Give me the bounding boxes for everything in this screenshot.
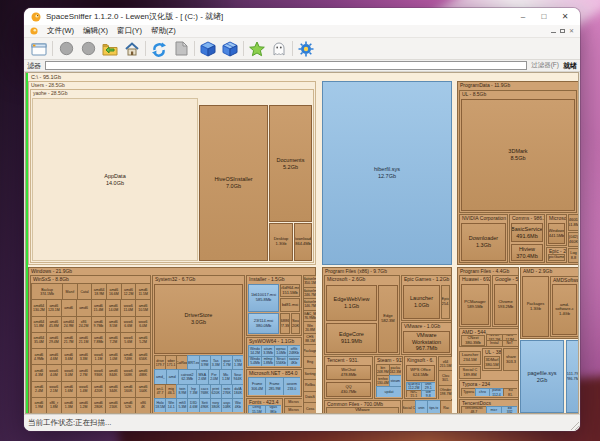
system32-grid[interactable]: drive179.7wber171.1CatRootMRT.exvmo3.9MT… <box>154 355 243 412</box>
settings-button[interactable] <box>295 39 317 59</box>
block-amd6[interactable]: amd612.2M <box>121 283 137 300</box>
block-x86-r[interactable]: x86_r1.8M <box>46 397 62 413</box>
mdi-minimize-icon[interactable] <box>551 29 556 33</box>
block-amd6[interactable]: amd6420K <box>91 381 107 398</box>
less-detail-button[interactable] <box>197 39 219 59</box>
block-amd6[interactable]: amd6123.1M <box>46 299 62 316</box>
block-wow6[interactable]: wow6568K <box>120 364 136 381</box>
block-epicgames[interactable]: EpicGames <box>548 254 565 261</box>
block-deng[interactable]: Deng15.5M <box>248 405 266 413</box>
msnet-grid[interactable]: Frame306.4MFrame285.9Massem233.0 <box>248 377 300 395</box>
block-frame[interactable]: Frame285.9M <box>265 377 283 395</box>
block-amd6[interactable]: amd652K <box>120 397 136 413</box>
block-amd6[interactable]: amd6 <box>61 299 77 316</box>
block-amd6[interactable]: amd616.6M <box>106 283 122 300</box>
block-amd6[interactable]: amd69.7Mb <box>91 316 107 333</box>
block-amd6[interactable]: amd621.7M <box>61 332 77 349</box>
block-su[interactable]: Su81. <box>503 388 517 396</box>
mdi-close-icon[interactable]: ✕ <box>569 25 574 38</box>
block-amd6[interactable]: amd61.3M <box>61 397 77 413</box>
block-vmware[interactable]: VMware <box>326 407 399 414</box>
block-wow6[interactable]: wow611.0M <box>120 299 136 316</box>
typora-grid[interactable]: Typorachropandi112.4Su81. <box>461 388 517 396</box>
block-log[interactable]: Log8.8 <box>568 248 579 263</box>
close-button[interactable]: ✕ <box>557 8 573 25</box>
block-micros[interactable]: Micros <box>284 406 302 414</box>
block-ww[interactable]: Ww4Kb <box>232 398 243 412</box>
block-amd6[interactable]: amd64.9Mb <box>31 348 47 365</box>
block-amd64[interactable]: amd6451.8M <box>31 316 47 333</box>
block-epic[interactable]: Epic254. <box>441 285 450 319</box>
block-share[interactable]: share303.3 <box>503 348 519 371</box>
refresh-button[interactable] <box>148 39 170 59</box>
block-windo[interactable]: Windo5.4Mb <box>248 356 262 367</box>
block-amd6[interactable]: amd6216K <box>105 397 121 413</box>
block-amd64[interactable]: amd6424.9M <box>61 316 77 333</box>
block-mfmp[interactable]: mfmp1.8Mb <box>261 356 275 367</box>
block-amd6[interactable]: amd64.3M <box>31 364 47 381</box>
winsxs-grid[interactable]: Backup374.1MbManifCatalamd6418.9Mamd616.… <box>31 283 150 413</box>
block-6886[interactable]: 688627.3M <box>280 313 290 334</box>
block-amd6[interactable]: amd615.4M <box>91 299 107 316</box>
block-amd6[interactable]: amd6656K <box>135 348 150 365</box>
steam-grid[interactable]: bin248.9Mpacka242.3Mtenfoo130.4Msteamupd… <box>376 364 401 397</box>
block-wow6[interactable]: wow66.0M <box>135 316 150 333</box>
block-sear[interactable]: Sear944K <box>231 369 243 384</box>
block-vgas[interactable]: vgas8Kb <box>265 405 282 413</box>
micro-grid[interactable]: MicrosMicros <box>284 398 302 414</box>
block-ofinder[interactable]: Ofinder198.7M <box>438 385 452 399</box>
maximize-button[interactable]: □ <box>536 8 552 25</box>
block-chrome[interactable]: Chrome593.2Mb <box>494 284 517 325</box>
block-social-c[interactable]: Social C189.8M <box>459 366 481 379</box>
block-cnext[interactable]: CNext380.3Mb <box>461 335 485 346</box>
block-launcher[interactable]: Launcher234.5M <box>459 351 481 365</box>
block-backup[interactable]: Backup374.1Mb <box>31 283 63 300</box>
block-amd6[interactable]: amd6488K <box>135 364 150 381</box>
home-button[interactable] <box>121 39 143 59</box>
block-manif[interactable]: Manif <box>62 283 78 300</box>
block-launcher[interactable]: Launcher1.0Gb <box>403 285 440 319</box>
menu-item-help[interactable]: 帮助(Z) <box>151 26 176 36</box>
open-folder-button[interactable] <box>99 39 121 59</box>
block-wps-office[interactable]: WPS Office624.5Mb <box>406 365 435 381</box>
block-micr[interactable]: micr <box>486 406 503 413</box>
block-wow6[interactable]: wow65.6M <box>120 332 136 349</box>
block-edge[interactable]: Edge582.3M <box>378 285 398 353</box>
block-catal[interactable]: Catal <box>77 283 93 300</box>
block-downloader[interactable]: Downloader1.3Gb <box>461 223 506 261</box>
block-23f114-msi[interactable]: 23f114.msi380.0Mb <box>248 313 279 334</box>
block-wow6[interactable]: wow61.4M <box>76 381 92 398</box>
mdi-restore-icon[interactable] <box>560 29 565 33</box>
block-wow6[interactable]: wow62.1M <box>46 381 62 398</box>
filter-input[interactable] <box>45 61 527 70</box>
block-1b610017-msi[interactable]: 1b610017.msi585.8Mb <box>248 284 279 312</box>
block-wechat[interactable]: WeChat478.8Mb <box>326 365 371 380</box>
block-amd6[interactable]: amd65.2M <box>135 332 150 349</box>
block-swizar[interactable]: swizar4Kb <box>287 356 300 367</box>
block-qq[interactable]: QQ430.7Mb <box>326 382 371 397</box>
block-cosa[interactable]: Cosa <box>303 402 316 414</box>
file-button[interactable] <box>170 39 192 59</box>
block-we[interactable]: WE9.8 <box>421 390 436 398</box>
block-amd6[interactable]: amd67.8Mb <box>91 332 107 349</box>
block-bd[interactable]: bd332 <box>501 406 517 413</box>
amd544-grid[interactable]: NVIDI192.2MNvC117MInstalNvT <box>486 334 517 346</box>
block-3dmarl[interactable]: 3DMarl380.5M <box>484 356 500 369</box>
block-amd6[interactable]: amd611.5M <box>135 283 150 300</box>
block-rac[interactable]: Rac <box>440 400 453 414</box>
block-amd6[interactable]: amd63.6M <box>61 348 77 365</box>
block-amd6[interactable]: amd6344K <box>105 381 121 398</box>
new-view-button[interactable] <box>28 39 50 59</box>
more-detail-button[interactable] <box>219 39 241 59</box>
block-dafa[interactable]: dafA184K <box>232 384 243 399</box>
block-amd6[interactable]: amd6160K <box>120 381 136 398</box>
block-amd64[interactable]: amd6435.0M <box>31 332 47 349</box>
block-struct[interactable]: Struct556Kb <box>274 356 288 367</box>
record-right-button[interactable] <box>77 39 99 59</box>
block-downloads[interactable]: Downloads864.4Mb <box>294 223 312 261</box>
block-instal[interactable]: Instal <box>486 340 503 346</box>
block-hiveosinstaller[interactable]: HiveOSInstaller7.0Gb <box>199 105 268 261</box>
menu-item-window[interactable]: 窗口(Y) <box>117 26 142 36</box>
block-amd6[interactable]: amd621.1M <box>76 332 92 349</box>
block-amd6[interactable]: amd6 <box>76 299 92 316</box>
